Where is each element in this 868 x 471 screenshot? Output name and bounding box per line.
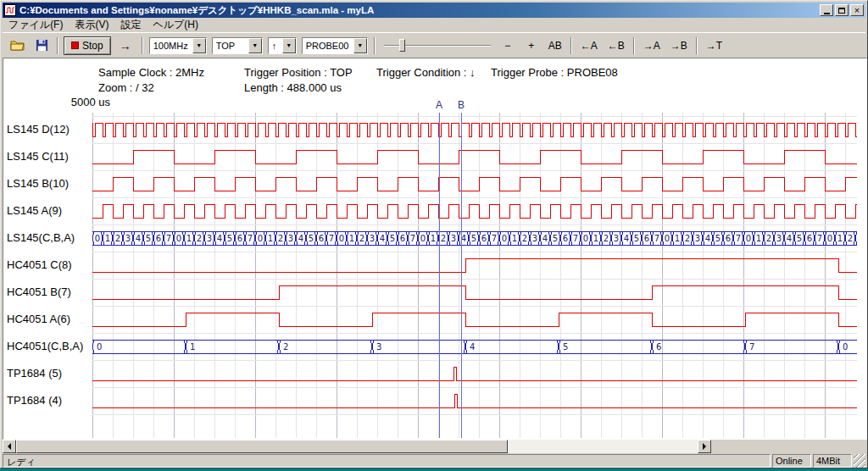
resize-grip[interactable] [854, 454, 865, 468]
waveform-bus: 0123456701234567012345670123456701234567… [92, 231, 857, 245]
stop-icon [71, 42, 79, 49]
run-button[interactable]: → [114, 36, 137, 55]
minimize-button[interactable] [820, 4, 833, 16]
bus-value: 1 [186, 234, 192, 243]
jump-right-b-button[interactable]: →B [666, 36, 692, 55]
status-memory-badge: 4MBit [813, 454, 852, 468]
cursor-ab-button[interactable]: AB [544, 36, 566, 55]
signal-trace [92, 367, 857, 380]
bus-value: 3 [288, 234, 293, 243]
bus-value: 3 [695, 234, 700, 243]
stop-button[interactable]: Stop [64, 36, 111, 55]
jump-left-b-button[interactable]: ←B [604, 36, 629, 55]
save-button[interactable] [31, 36, 53, 55]
trigger-edge-select[interactable]: ↑ ▼ [268, 37, 297, 54]
bus-value: 5 [797, 234, 802, 243]
channel-label: LS145 C(11) [7, 143, 69, 170]
bus-value: 4 [217, 234, 222, 243]
menu-help[interactable]: ヘルプ(H) [147, 17, 204, 33]
trigger-position-select[interactable]: TOP ▼ [212, 37, 263, 54]
plot-grid [92, 113, 857, 438]
cursor-label-B[interactable]: B [456, 99, 466, 111]
jump-right-a-button[interactable]: →A [639, 36, 665, 55]
chevron-down-icon[interactable]: ▼ [282, 38, 296, 53]
channel-label: HC4051(C,B,A) [7, 333, 83, 360]
run-arrow-icon: → [120, 39, 131, 53]
waveform-counter_bit [92, 313, 857, 326]
triangle-right-icon [703, 443, 706, 450]
zoom-slider[interactable] [384, 36, 491, 55]
bus-value: 0 [827, 234, 832, 243]
toolbar-separator [633, 37, 635, 54]
waveform-bus: 012345670 [92, 340, 857, 353]
trigger-probe-select[interactable]: PROBE00 ▼ [302, 37, 368, 54]
channel-label: LS145 A(9) [7, 197, 62, 224]
maximize-icon [838, 8, 845, 14]
bus-value: 7 [166, 234, 171, 243]
status-message: レディ [3, 454, 771, 468]
minimize-icon [824, 13, 830, 14]
open-folder-icon [10, 39, 25, 52]
bus-value: 7 [817, 234, 822, 243]
zoom-out-button[interactable]: − [497, 36, 519, 55]
bus-value: 4 [470, 342, 475, 352]
time-scale-label: 5000 us [51, 96, 110, 108]
bus-value: 0 [583, 234, 588, 243]
waveform-plot: 0123456701234567012345670123456701234567… [92, 113, 857, 438]
scroll-right-button[interactable] [698, 440, 711, 453]
channel-label: TP1684 (5) [7, 360, 62, 387]
bus-value: 0 [339, 234, 344, 243]
zoom-in-button[interactable]: + [520, 36, 542, 55]
scroll-left-button[interactable] [3, 440, 16, 453]
sample-clock-select[interactable]: 100MHz ▼ [149, 37, 207, 54]
bus-value: 0 [176, 234, 181, 243]
cursor-label-A[interactable]: A [434, 99, 444, 111]
bus-value: 0 [420, 234, 426, 243]
signal-trace [92, 258, 857, 272]
open-file-button[interactable] [7, 36, 29, 55]
bus-value: 2 [278, 234, 283, 243]
chevron-down-icon[interactable]: ▼ [353, 38, 367, 53]
bus-value: 4 [624, 234, 629, 243]
bus-value: 7 [654, 234, 659, 243]
menu-file[interactable]: ファイル(F) [3, 17, 69, 33]
waveform-pulse_line [92, 394, 857, 407]
bus-value: 5 [715, 234, 721, 243]
zoom-slider-thumb[interactable] [399, 39, 405, 52]
close-button[interactable]: × [850, 4, 864, 16]
title-bar[interactable]: C:¥Documents and Settings¥noname¥デスクトップ¥… [3, 3, 865, 18]
scrollbar-track[interactable] [16, 440, 698, 453]
bus-value: 5 [146, 234, 151, 243]
toolbar-separator [142, 37, 143, 54]
bus-value: 2 [766, 234, 771, 243]
waveform-counter_bit [92, 177, 857, 191]
scrollbar-thumb[interactable] [16, 440, 508, 453]
waveform-counter_bit [92, 285, 857, 299]
bus-value: 7 [410, 234, 415, 243]
close-icon: × [854, 6, 860, 14]
menu-view[interactable]: 表示(V) [69, 17, 114, 33]
bus-value: 4 [136, 234, 141, 243]
toolbar-separator [57, 37, 58, 54]
trigger-position-value: TOP [213, 38, 248, 53]
bus-value: 5 [227, 234, 232, 243]
bus-value: 1 [431, 234, 436, 243]
floppy-icon [36, 39, 48, 52]
jump-trigger-button[interactable]: →T [702, 36, 726, 55]
bus-value: 0 [843, 342, 848, 352]
maximize-button[interactable] [835, 4, 849, 16]
bus-value: 3 [776, 234, 782, 243]
bus-value: 3 [376, 342, 381, 352]
client-area: Sample Clock : 2MHz Trigger Position : T… [3, 58, 867, 440]
bus-value: 0 [97, 342, 102, 352]
jump-left-a-button[interactable]: ←A [576, 36, 602, 55]
bus-value: 5 [563, 342, 568, 352]
horizontal-scrollbar[interactable] [3, 440, 711, 453]
chevron-down-icon[interactable]: ▼ [248, 38, 262, 53]
chevron-down-icon[interactable]: ▼ [192, 38, 206, 53]
channel-label: HC4051 A(6) [7, 306, 70, 333]
bus-value: 7 [329, 234, 334, 243]
menu-settings[interactable]: 設定 [114, 17, 147, 33]
waveform-pulse_line [92, 367, 857, 380]
bus-value: 0 [746, 234, 751, 243]
